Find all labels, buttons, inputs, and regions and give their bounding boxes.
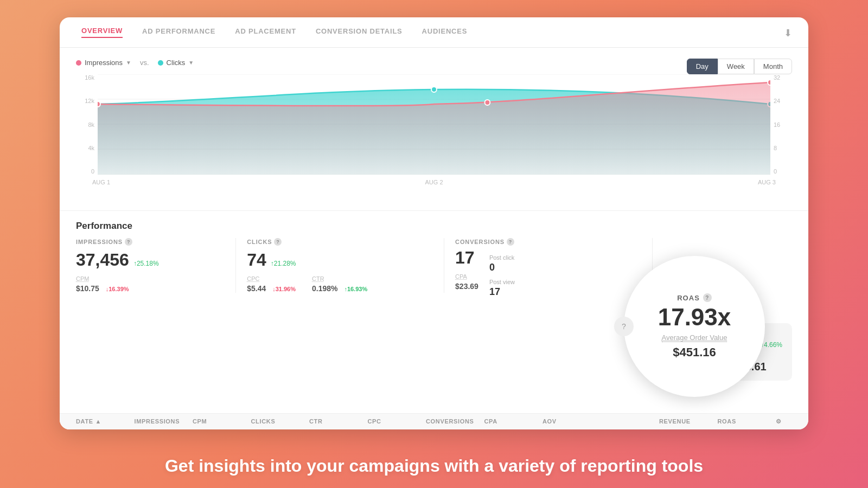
y-label-0-left: 0 (76, 168, 94, 175)
clicks-value: 74 (247, 250, 266, 270)
th-cpc: CPC (368, 418, 426, 425)
impressions-dropdown-arrow[interactable]: ▼ (126, 60, 131, 66)
clicks-label: Clicks (167, 59, 186, 67)
post-view-label: Post view (489, 279, 515, 285)
bottom-banner-text: Get insights into your campaigns with a … (165, 456, 703, 476)
time-btn-month[interactable]: Month (754, 59, 792, 74)
impressions-dot (76, 60, 81, 66)
cpm-value: $10.75 ↓16.39% (76, 284, 225, 293)
chart-legend: Impressions ▼ vs. Clicks ▼ (76, 59, 792, 67)
roas-avg-order-label: Average Order Value (662, 333, 727, 342)
x-label-aug3: AUG 3 (758, 179, 776, 185)
bottom-banner: Get insights into your campaigns with a … (0, 444, 868, 488)
chart-section: Impressions ▼ vs. Clicks ▼ Day Week Mont… (60, 48, 808, 210)
tab-audiences[interactable]: AUDIENCES (422, 27, 468, 37)
x-label-aug2: AUG 2 (425, 179, 443, 185)
legend-impressions[interactable]: Impressions ▼ (76, 59, 131, 67)
chart-svg (98, 74, 770, 175)
th-conversions: CONVERSIONS (426, 418, 484, 425)
th-date[interactable]: DATE ▲ (76, 418, 135, 425)
th-clicks: CLICKS (251, 418, 310, 425)
th-ctr: CTR (309, 418, 368, 425)
roas-popup: ? ROAS ? 17.93x Average Order Value $451… (624, 256, 765, 397)
spend-change: ↑4.66% (761, 341, 782, 349)
impressions-label: Impressions (85, 59, 123, 67)
roas-value: 17.93x (658, 305, 731, 329)
post-click-value: 0 (489, 262, 515, 273)
th-aov: AOV (542, 418, 601, 425)
y-label-12k: 12k (76, 98, 94, 104)
y-label-8: 8 (774, 145, 792, 151)
th-empty (601, 418, 660, 425)
post-click-label: Post click (489, 254, 514, 261)
th-cpm: CPM (193, 418, 251, 425)
tab-overview[interactable]: OVERVIEW (81, 27, 123, 38)
y-label-16: 16 (774, 121, 792, 128)
svg-point-10 (768, 80, 770, 85)
y-label-16k: 16k (76, 74, 94, 81)
svg-point-6 (431, 87, 437, 92)
tab-conversion-details[interactable]: CONVERSION DETAILS (316, 27, 403, 37)
th-roas: ROAS (718, 418, 776, 425)
roas-title: ROAS ? (677, 293, 712, 302)
roas-info-icon[interactable]: ? (703, 293, 712, 302)
y-label-32: 32 (774, 74, 792, 81)
conversions-value: 17 (455, 248, 475, 267)
th-settings[interactable]: ⚙ (776, 418, 792, 425)
cpm-label: CPM (76, 275, 89, 282)
impressions-col-header: IMPRESSIONS ? (76, 238, 225, 246)
tab-ad-performance[interactable]: AD PERFORMANCE (142, 27, 215, 37)
y-label-8k: 8k (76, 121, 94, 128)
cpa-value: $23.69 (455, 282, 478, 291)
time-btn-week[interactable]: Week (718, 59, 754, 74)
legend-clicks[interactable]: Clicks ▼ (158, 59, 194, 67)
conversions-info-icon[interactable]: ? (507, 238, 514, 246)
cpc-value: $5.44 ↓31.96% (247, 284, 296, 293)
clicks-col-header: CLICKS ? (247, 238, 433, 246)
tabs-container: OVERVIEW AD PERFORMANCE AD PLACEMENT CON… (60, 17, 808, 48)
conversions-col-header: CONVERSIONS ? (455, 238, 641, 246)
download-icon[interactable]: ⬇ (784, 27, 792, 39)
cpm-change: ↓16.39% (106, 286, 129, 292)
y-label-24: 24 (774, 98, 792, 104)
clicks-change: ↑21.28% (271, 260, 296, 267)
table-headers: DATE ▲ IMPRESSIONS CPM CLICKS CTR CPC CO… (60, 413, 808, 429)
time-btn-day[interactable]: Day (687, 59, 718, 74)
post-view-value: 17 (489, 286, 515, 298)
cpc-label: CPC (247, 275, 259, 282)
clicks-dropdown-arrow[interactable]: ▼ (188, 60, 194, 66)
outer-background: OVERVIEW AD PERFORMANCE AD PLACEMENT CON… (0, 0, 868, 488)
tab-ad-placement[interactable]: AD PLACEMENT (235, 27, 296, 37)
svg-point-9 (484, 100, 490, 105)
performance-title: Performance (76, 221, 792, 232)
x-label-aug1: AUG 1 (92, 179, 110, 185)
ctr-label: CTR (312, 275, 324, 282)
chart-x-labels: AUG 1 AUG 2 AUG 3 (76, 177, 792, 185)
ctr-value: 0.198% ↑16.93% (312, 284, 367, 293)
th-impressions: IMPRESSIONS (135, 418, 193, 425)
th-cpa: CPA (484, 418, 543, 425)
vs-label: vs. (140, 59, 149, 67)
impressions-value: 37,456 (76, 250, 129, 270)
roas-left-button[interactable]: ? (614, 317, 634, 336)
th-revenue: REVENUE (659, 418, 718, 425)
svg-point-8 (98, 101, 100, 107)
y-label-0-right: 0 (774, 168, 792, 175)
clicks-info-icon[interactable]: ? (274, 238, 282, 246)
impressions-change: ↑25.18% (133, 260, 159, 267)
main-card: OVERVIEW AD PERFORMANCE AD PLACEMENT CON… (60, 17, 808, 429)
clicks-dot (158, 60, 163, 66)
impressions-info-icon[interactable]: ? (125, 238, 132, 246)
roas-avg-order-value: $451.16 (673, 345, 716, 359)
cpa-label: CPA (455, 273, 467, 280)
time-buttons: Day Week Month (687, 59, 792, 74)
y-label-4k: 4k (76, 145, 94, 151)
